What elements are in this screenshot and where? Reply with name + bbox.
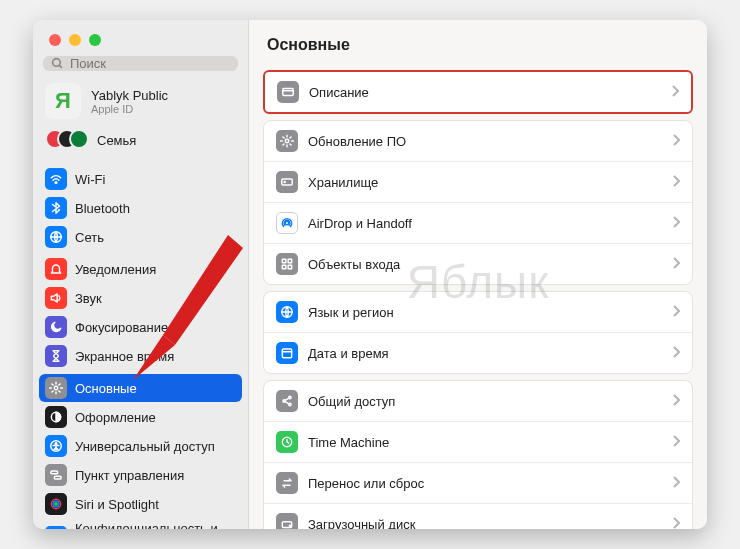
settings-row-grid[interactable]: Объекты входа [264, 243, 692, 284]
sidebar-item-siri[interactable]: Siri и Spotlight [39, 490, 242, 518]
svg-point-4 [54, 386, 58, 390]
sidebar-item-label: Оформление [75, 410, 156, 425]
chevron-right-icon [672, 134, 680, 149]
settings-row-label: Язык и регион [308, 305, 672, 320]
settings-row-label: Перенос или сброс [308, 476, 672, 491]
sidebar-item-network[interactable]: Сеть [39, 223, 242, 251]
settings-row-label: Загрузочный диск [308, 517, 672, 530]
transfer-icon [276, 472, 298, 494]
svg-point-12 [55, 503, 57, 505]
sidebar-item-gear[interactable]: Основные [39, 374, 242, 402]
settings-row-storage[interactable]: Хранилище [264, 161, 692, 202]
access-icon [45, 435, 67, 457]
chevron-right-icon [672, 517, 680, 530]
hourglass-icon [45, 345, 67, 367]
card-icon [277, 81, 299, 103]
sidebar-item-label: Пункт управления [75, 468, 184, 483]
gear-icon [45, 377, 67, 399]
panel: Язык и регионДата и время [263, 291, 693, 374]
globe-icon [276, 301, 298, 323]
svg-point-0 [53, 59, 61, 67]
grid-icon [276, 253, 298, 275]
svg-point-18 [285, 221, 289, 225]
search-field[interactable] [43, 56, 238, 71]
settings-row-label: Хранилище [308, 175, 672, 190]
sidebar-item-appearance[interactable]: Оформление [39, 403, 242, 431]
chevron-right-icon [672, 435, 680, 450]
search-icon [51, 57, 64, 70]
close-icon[interactable] [49, 34, 61, 46]
sidebar-item-label: Siri и Spotlight [75, 497, 159, 512]
sidebar-item-wifi[interactable]: Wi-Fi [39, 165, 242, 193]
sidebar-item-label: Основные [75, 381, 137, 396]
sidebar-item-hourglass[interactable]: Экранное время [39, 342, 242, 370]
airdrop-icon [276, 212, 298, 234]
sidebar-item-label: Звук [75, 291, 102, 306]
svg-point-33 [289, 525, 290, 526]
moon-icon [45, 316, 67, 338]
chevron-right-icon [672, 305, 680, 320]
settings-row-globe[interactable]: Язык и регион [264, 292, 692, 332]
svg-rect-16 [282, 179, 293, 185]
window-controls [33, 20, 248, 56]
settings-row-card[interactable]: Описание [265, 72, 691, 112]
chevron-right-icon [672, 394, 680, 409]
sidebar: Я Yablyk Public Apple ID Семья Wi-FiBlue… [33, 20, 249, 529]
settings-row-label: Объекты входа [308, 257, 672, 272]
account-name: Yablyk Public [91, 88, 168, 103]
settings-row-airdrop[interactable]: AirDrop и Handoff [264, 202, 692, 243]
siri-icon [45, 493, 67, 515]
bluetooth-icon [45, 197, 67, 219]
panel: Общий доступTime MachineПеренос или сбро… [263, 380, 693, 529]
disk-icon [276, 513, 298, 529]
chevron-right-icon [672, 175, 680, 190]
svg-rect-9 [54, 476, 61, 479]
chevron-right-icon [672, 216, 680, 231]
chevron-right-icon [672, 257, 680, 272]
settings-row-label: Дата и время [308, 346, 672, 361]
account-sub: Apple ID [91, 103, 168, 115]
zoom-icon[interactable] [89, 34, 101, 46]
svg-rect-21 [282, 265, 286, 269]
svg-rect-8 [51, 471, 58, 474]
sidebar-item-label: Универсальный доступ [75, 439, 215, 454]
settings-row-transfer[interactable]: Перенос или сброс [264, 462, 692, 503]
svg-line-30 [285, 402, 289, 404]
svg-rect-13 [283, 89, 294, 96]
sidebar-item-label: Фокусирование [75, 320, 168, 335]
settings-row-calendar[interactable]: Дата и время [264, 332, 692, 373]
family-row[interactable]: Семья [33, 125, 248, 161]
svg-rect-24 [282, 349, 291, 358]
calendar-icon [276, 342, 298, 364]
sidebar-item-label: Конфиденциальность и безопасность [75, 522, 236, 529]
minimize-icon[interactable] [69, 34, 81, 46]
sidebar-item-bell[interactable]: Уведомления [39, 255, 242, 283]
sidebar-item-label: Bluetooth [75, 201, 130, 216]
search-input[interactable] [70, 56, 230, 71]
settings-row-gear[interactable]: Обновление ПО [264, 121, 692, 161]
sidebar-item-access[interactable]: Универсальный доступ [39, 432, 242, 460]
apple-id-row[interactable]: Я Yablyk Public Apple ID [33, 79, 248, 125]
svg-line-29 [285, 398, 289, 400]
settings-row-clock[interactable]: Time Machine [264, 421, 692, 462]
clock-icon [276, 431, 298, 453]
settings-row-disk[interactable]: Загрузочный диск [264, 503, 692, 529]
settings-row-label: Обновление ПО [308, 134, 672, 149]
sidebar-item-speaker[interactable]: Звук [39, 284, 242, 312]
panel-highlighted: Описание [263, 70, 693, 114]
svg-point-11 [53, 501, 59, 507]
sidebar-item-bluetooth[interactable]: Bluetooth [39, 194, 242, 222]
network-icon [45, 226, 67, 248]
settings-row-share[interactable]: Общий доступ [264, 381, 692, 421]
settings-row-label: Описание [309, 85, 671, 100]
family-avatars-icon [45, 129, 89, 151]
sidebar-item-moon[interactable]: Фокусирование [39, 313, 242, 341]
page-title: Основные [249, 20, 707, 64]
sidebar-item-hand[interactable]: Конфиденциальность и безопасность [39, 519, 242, 529]
svg-point-15 [285, 139, 289, 143]
sidebar-item-switches[interactable]: Пункт управления [39, 461, 242, 489]
appearance-icon [45, 406, 67, 428]
settings-row-label: AirDrop и Handoff [308, 216, 672, 231]
svg-rect-19 [282, 259, 286, 263]
chevron-right-icon [672, 346, 680, 361]
